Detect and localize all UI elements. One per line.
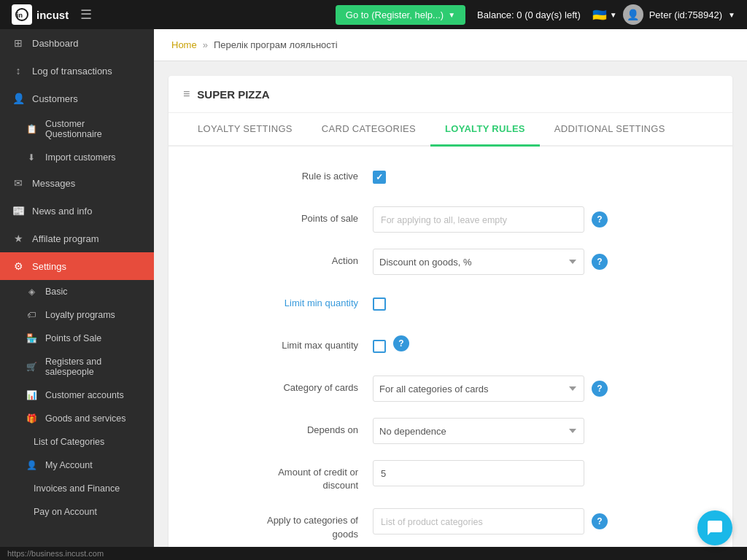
depends-select[interactable]: No dependenceOn quantityOn amount — [373, 418, 584, 444]
breadcrumb-home[interactable]: Home — [171, 39, 197, 50]
user-menu[interactable]: 👤 Peter (id:758942) ▼ — [623, 4, 735, 25]
action-control: Discount on goods, %Points on goodsDisco… — [373, 249, 703, 275]
sidebar-item-invoices[interactable]: Invoices and Finance — [0, 477, 154, 500]
apply-categories-input[interactable] — [373, 508, 584, 534]
layers-icon: ≡ — [183, 88, 190, 101]
sidebar-label-settings: Settings — [32, 261, 66, 272]
card-category-help-icon[interactable]: ? — [592, 381, 608, 397]
sidebar-item-import-customers[interactable]: ⬇ Import customers — [0, 146, 154, 169]
depends-control: No dependenceOn quantityOn amount — [373, 418, 703, 444]
sidebar-item-pos[interactable]: 🏪 Points of Sale — [0, 327, 154, 350]
main-card: ≡ SUPER PIZZA LOYALTY SETTINGS CARD CATE… — [169, 76, 732, 547]
tabs-bar: LOYALTY SETTINGS CARD CATEGORIES LOYALTY… — [169, 113, 732, 147]
tab-additional-settings[interactable]: ADDITIONAL SETTINGS — [540, 113, 680, 147]
breadcrumb: Home » Перелік програм лояльності — [154, 29, 747, 61]
logo-icon: in — [12, 4, 32, 25]
action-help-icon[interactable]: ? — [592, 254, 608, 270]
form-body: Rule is active Points of sale ? Action — [169, 147, 732, 547]
sidebar-item-settings[interactable]: ⚙ Settings — [0, 252, 154, 280]
sidebar-label-basic: Basic — [45, 287, 68, 297]
pos-label: Points of sale — [198, 206, 373, 225]
sidebar-item-news[interactable]: 📰 News and info — [0, 197, 154, 225]
status-bar: https://business.incust.com — [0, 547, 747, 560]
card-category-select[interactable]: For all categories of cardsGoldSilverBro… — [373, 376, 584, 402]
amount-input[interactable] — [373, 460, 584, 486]
accounts-icon: 📊 — [25, 390, 38, 400]
sidebar-item-pay-account[interactable]: Pay on Account — [0, 500, 154, 524]
card-title: SUPER PIZZA — [197, 88, 269, 101]
card-header: ≡ SUPER PIZZA — [169, 76, 732, 113]
limit-max-checkbox[interactable] — [373, 340, 386, 353]
apply-categories-help-icon[interactable]: ? — [592, 513, 608, 529]
limit-min-control — [373, 291, 703, 311]
sidebar-item-customer-accounts[interactable]: 📊 Customer accounts — [0, 384, 154, 407]
sidebar-label-messages: Messages — [32, 178, 75, 189]
svg-text:in: in — [17, 12, 23, 19]
sidebar-item-goods[interactable]: 🎁 Goods and services — [0, 407, 154, 430]
form-row-amount: Amount of credit or discount — [198, 460, 703, 492]
apply-categories-control: ? — [373, 508, 703, 534]
sidebar-label-questionnaire: Customer Questionnaire — [45, 119, 142, 139]
pos-icon: 🏪 — [25, 333, 38, 343]
sidebar-item-registers[interactable]: 🛒 Registers and salespeople — [0, 350, 154, 384]
limit-min-checkbox[interactable] — [373, 298, 386, 311]
sidebar-label-registers: Registers and salespeople — [45, 357, 142, 377]
chat-button[interactable] — [697, 510, 732, 545]
pos-help-icon[interactable]: ? — [592, 211, 608, 228]
user-chevron-icon: ▼ — [728, 11, 735, 19]
sidebar-item-dashboard[interactable]: ⊞ Dashboard — [0, 29, 154, 57]
pos-control: ? — [373, 206, 703, 233]
form-row-action: Action Discount on goods, %Points on goo… — [198, 249, 703, 275]
sidebar-label-my-account: My Account — [45, 460, 93, 470]
sidebar-item-messages[interactable]: ✉ Messages — [0, 169, 154, 197]
sidebar-item-my-account[interactable]: 👤 My Account — [0, 454, 154, 477]
content-area: Home » Перелік програм лояльності ≡ SUPE… — [154, 29, 747, 547]
avatar: 👤 — [623, 4, 643, 25]
amount-label: Amount of credit or discount — [198, 460, 373, 492]
sidebar-label-list-cat: List of Categories — [34, 437, 104, 447]
sidebar-item-affiliate[interactable]: ★ Affilate program — [0, 225, 154, 252]
limit-max-label: Limit max quantity — [198, 333, 373, 352]
logo-text: incust — [36, 9, 69, 21]
topbar: in incust ☰ Go to (Register, help...) ▼ … — [0, 0, 747, 29]
form-row-rule-active: Rule is active — [198, 164, 703, 190]
sidebar-label-goods: Goods and services — [45, 413, 125, 424]
form-row-depends: Depends on No dependenceOn quantityOn am… — [198, 418, 703, 444]
rule-active-checkbox[interactable] — [373, 171, 386, 184]
limit-max-help-icon[interactable]: ? — [393, 335, 409, 351]
card-category-label: Category of cards — [198, 376, 373, 394]
registers-icon: 🛒 — [25, 362, 38, 372]
action-select[interactable]: Discount on goods, %Points on goodsDisco… — [373, 249, 584, 275]
hamburger-icon[interactable]: ☰ — [80, 7, 92, 23]
goods-icon: 🎁 — [25, 413, 38, 424]
questionnaire-icon: 📋 — [25, 124, 38, 134]
sidebar-item-customer-questionnaire[interactable]: 📋 Customer Questionnaire — [0, 112, 154, 146]
form-row-limit-min: Limit min quantity — [198, 291, 703, 317]
basic-icon: ◈ — [25, 287, 38, 297]
sidebar-label-news: News and info — [32, 206, 92, 217]
card-category-control: For all categories of cardsGoldSilverBro… — [373, 376, 703, 402]
sidebar-item-customers[interactable]: 👤 Customers — [0, 85, 154, 112]
sidebar-item-basic[interactable]: ◈ Basic — [0, 280, 154, 303]
tab-card-categories[interactable]: CARD CATEGORIES — [307, 113, 430, 147]
sidebar-label-pay: Pay on Account — [34, 507, 97, 517]
action-label: Action — [198, 249, 373, 268]
depends-label: Depends on — [198, 418, 373, 437]
breadcrumb-sep: » — [203, 39, 208, 50]
sidebar-label-pos: Points of Sale — [45, 333, 101, 343]
sidebar-item-log-transactions[interactable]: ↕ Log of transactions — [0, 57, 154, 85]
form-row-apply-categories: Apply to categories of goods ? — [198, 508, 703, 540]
language-selector[interactable]: 🇺🇦 ▼ — [592, 8, 617, 22]
sidebar-item-loyalty-programs[interactable]: 🏷 Loyalty programs — [0, 303, 154, 327]
loyalty-icon: 🏷 — [25, 310, 38, 320]
sidebar-label-accounts: Customer accounts — [45, 390, 124, 400]
rule-active-label: Rule is active — [198, 164, 373, 183]
goto-button[interactable]: Go to (Register, help...) ▼ — [336, 5, 465, 25]
pos-input[interactable] — [373, 206, 584, 233]
tab-loyalty-rules[interactable]: LOYALTY RULES — [430, 113, 540, 147]
sidebar-item-list-categories[interactable]: List of Categories — [0, 430, 154, 454]
tab-loyalty-settings[interactable]: LOYALTY SETTINGS — [183, 113, 307, 147]
settings-icon: ⚙ — [12, 260, 25, 272]
sidebar-label-import: Import customers — [45, 152, 116, 163]
my-account-icon: 👤 — [25, 460, 38, 470]
